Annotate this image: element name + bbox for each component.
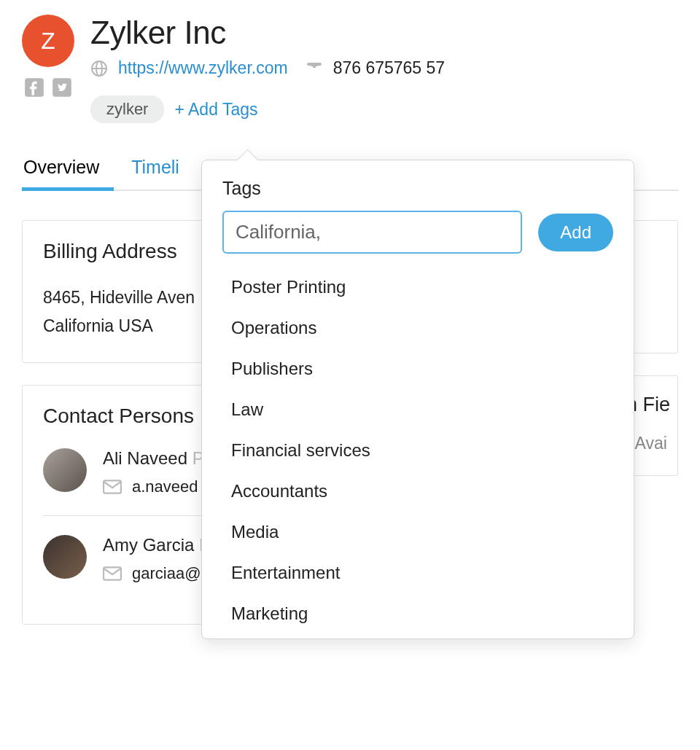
globe-icon — [90, 60, 108, 77]
add-button[interactable]: Add — [538, 214, 613, 251]
popover-title: Tags — [222, 178, 613, 199]
header: Z Zylker Inc https://www.zylker.com 876 … — [22, 15, 678, 123]
contact-email: a.naveed — [132, 477, 198, 496]
suggestion-item[interactable]: Publishers — [222, 348, 613, 389]
suggestion-item[interactable]: Operations — [222, 308, 613, 348]
company-avatar: Z — [22, 15, 74, 67]
company-title: Zylker Inc — [90, 15, 445, 51]
contact-name: Ali Naveed P — [103, 448, 204, 469]
tab-overview[interactable]: Overview — [22, 151, 101, 190]
suggestion-item[interactable]: Poster Printing — [222, 267, 613, 308]
suggestion-item[interactable]: Marketing — [222, 593, 613, 634]
phone-number: 876 675765 57 — [333, 58, 446, 78]
website-link[interactable]: https://www.zylker.com — [118, 58, 288, 78]
tab-timeline[interactable]: Timeli — [130, 151, 181, 190]
suggestion-item[interactable]: Financial services — [222, 430, 613, 471]
suggestion-item[interactable]: Media — [222, 512, 613, 552]
tag-chip[interactable]: zylker — [90, 95, 164, 123]
tags-popover: Tags Add Poster Printing Operations Publ… — [201, 160, 634, 639]
suggestion-item[interactable]: Accountants — [222, 471, 613, 512]
avatar — [43, 535, 87, 579]
avatar — [43, 448, 87, 492]
mail-icon — [103, 480, 122, 494]
add-tags-link[interactable]: + Add Tags — [174, 100, 257, 120]
tag-suggestions: Poster Printing Operations Publishers La… — [222, 267, 613, 634]
phone-icon — [306, 60, 323, 77]
facebook-icon[interactable] — [24, 77, 44, 98]
mail-icon — [103, 566, 122, 581]
twitter-icon[interactable] — [52, 77, 72, 98]
suggestion-item[interactable]: Entertainment — [222, 552, 613, 593]
tag-input[interactable] — [222, 211, 522, 254]
suggestion-item[interactable]: Law — [222, 389, 613, 430]
